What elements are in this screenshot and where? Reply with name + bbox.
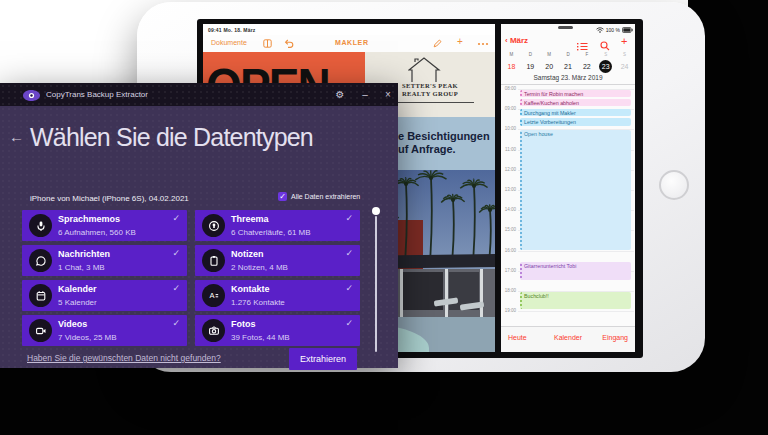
draw-pen-icon[interactable]: [433, 39, 442, 48]
not-found-link[interactable]: Haben Sie die gewünschten Daten nicht ge…: [27, 353, 221, 363]
window-titlebar[interactable]: CopyTrans Backup Extractor ⚙ – ×: [0, 83, 398, 106]
back-arrow-button[interactable]: ←: [9, 128, 24, 145]
calendar-event[interactable]: Open house: [520, 130, 631, 250]
datatype-tile[interactable]: Fotos 39 Fotos, 44 MB ✓: [195, 315, 360, 346]
realty-rule: [386, 102, 474, 103]
select-all-label: Alle Daten extrahieren: [291, 193, 360, 200]
datatype-tile[interactable]: Threema 6 Chatverläufe, 61 MB ✓: [195, 210, 360, 241]
documents-back-link[interactable]: Dokumente: [211, 39, 247, 46]
calendar-toolbar: HeuteKalenderEingang: [501, 326, 635, 352]
calendar-event[interactable]: Termin für Robin machen: [520, 90, 631, 97]
calendar-toolbar-eingang[interactable]: Eingang: [602, 334, 628, 341]
extract-button[interactable]: Extrahieren: [289, 348, 357, 370]
calendar-event[interactable]: Gitarrenunterricht Tobi: [520, 262, 631, 281]
calendar-event[interactable]: Durchgang mit Makler: [520, 109, 631, 116]
microphone-icon: [29, 214, 52, 237]
date-cell[interactable]: 23: [596, 60, 615, 73]
weekday-label: M: [502, 52, 521, 57]
datatype-tile[interactable]: Kalender 5 Kalender ✓: [22, 280, 187, 311]
house-outline-icon: [408, 56, 452, 82]
calendar-event[interactable]: Buchclub!!: [520, 292, 631, 309]
date-cell[interactable]: 20: [540, 60, 559, 73]
scrollbar-track[interactable]: [375, 216, 377, 352]
date-cell[interactable]: 24: [615, 60, 634, 73]
scrollbar-thumb[interactable]: [372, 207, 380, 215]
tile-name: Notizen: [231, 249, 264, 259]
tile-detail: 7 Videos, 25 MB: [58, 333, 117, 342]
add-icon[interactable]: +: [457, 36, 463, 47]
calendar-back-button[interactable]: ‹ März: [505, 36, 528, 45]
date-cell[interactable]: 22: [577, 60, 596, 73]
contacts-icon: A: [202, 284, 225, 307]
tile-checkmark-icon[interactable]: ✓: [172, 213, 180, 223]
status-bar-right: 100 %: [596, 26, 633, 33]
page-title: Wählen Sie die Datentypen: [30, 123, 313, 152]
calendar-app: 100 % ‹ März + MDMDFSS: [501, 24, 635, 352]
tile-detail: 39 Fotos, 44 MB: [231, 333, 290, 342]
video-icon: [29, 319, 52, 342]
calendar-event[interactable]: Letzte Vorbereitungen: [520, 118, 631, 126]
background-blob-bottom: [0, 368, 768, 435]
tile-checkmark-icon[interactable]: ✓: [345, 283, 353, 293]
hour-label: 15:00: [501, 227, 516, 232]
calendar-event[interactable]: Kaffee/Kuchen abholen: [520, 99, 631, 106]
splitview-handle[interactable]: [558, 26, 573, 29]
weekday-label: D: [521, 52, 540, 57]
tile-checkmark-icon[interactable]: ✓: [172, 283, 180, 293]
datatype-tile[interactable]: Nachrichten 1 Chat, 3 MB ✓: [22, 245, 187, 276]
tile-checkmark-icon[interactable]: ✓: [345, 248, 353, 258]
tile-name: Sprachmemos: [58, 214, 120, 224]
add-event-icon[interactable]: +: [621, 35, 627, 47]
datatype-tile[interactable]: Videos 7 Videos, 25 MB ✓: [22, 315, 187, 346]
tile-detail: 6 Aufnahmen, 560 KB: [58, 228, 136, 237]
hour-label: 09:00: [501, 106, 516, 111]
flyer-band-line1: e Besichtigungen: [398, 130, 490, 143]
weekday-label: S: [596, 52, 615, 57]
camera-icon: [202, 319, 225, 342]
tile-detail: 1 Chat, 3 MB: [58, 263, 105, 272]
battery-percent: 100 %: [606, 27, 620, 33]
home-button[interactable]: [659, 170, 689, 200]
select-all-row[interactable]: ✓ Alle Daten extrahieren: [278, 192, 360, 201]
copytrans-window: CopyTrans Backup Extractor ⚙ – × ← Wähle…: [0, 83, 398, 368]
window-title: CopyTrans Backup Extractor: [46, 90, 148, 99]
copytrans-logo-icon: [22, 88, 41, 106]
date-cell[interactable]: 18: [502, 60, 521, 73]
calendar-divider: [501, 84, 635, 85]
tile-name: Nachrichten: [58, 249, 110, 259]
tile-checkmark-icon[interactable]: ✓: [345, 213, 353, 223]
select-all-checkbox[interactable]: ✓: [278, 192, 287, 201]
selected-date-label: Samstag 23. März 2019: [501, 74, 635, 81]
tile-checkmark-icon[interactable]: ✓: [172, 318, 180, 328]
weekday-label: D: [559, 52, 578, 57]
close-button[interactable]: ×: [379, 86, 397, 103]
weekday-row: MDMDFSS: [502, 52, 634, 57]
note-icon: [202, 249, 225, 272]
threema-icon: [202, 214, 225, 237]
tile-detail: 5 Kalender: [58, 298, 97, 307]
battery-icon: [622, 27, 633, 33]
hour-label: 19:00: [501, 308, 516, 313]
undo-icon[interactable]: [284, 39, 294, 48]
date-cell[interactable]: 21: [559, 60, 578, 73]
datatype-tile[interactable]: Notizen 2 Notizen, 4 MB ✓: [195, 245, 360, 276]
more-icon[interactable]: [477, 42, 489, 46]
date-cell[interactable]: 19: [521, 60, 540, 73]
document-title: MAKLER: [335, 39, 369, 46]
tile-name: Kontakte: [231, 284, 270, 294]
tile-checkmark-icon[interactable]: ✓: [172, 248, 180, 258]
minimize-button[interactable]: –: [356, 86, 374, 103]
datatype-tile[interactable]: A Kontakte 1.276 Kontakte ✓: [195, 280, 360, 311]
weekday-label: M: [540, 52, 559, 57]
hour-label: 18:00: [501, 288, 516, 293]
settings-gear-icon[interactable]: ⚙: [331, 86, 349, 103]
pages-grid-icon[interactable]: [263, 39, 272, 48]
calendar-icon: [29, 284, 52, 307]
datatype-tile[interactable]: Sprachmemos 6 Aufnahmen, 560 KB ✓: [22, 210, 187, 241]
hour-label: 14:00: [501, 207, 516, 212]
hour-label: 16:00: [501, 248, 516, 253]
flyer-band-line2: uf Anfrage.: [398, 143, 490, 156]
tile-checkmark-icon[interactable]: ✓: [345, 318, 353, 328]
hour-gridline: [518, 251, 634, 252]
hour-label: 11:00: [501, 147, 516, 152]
